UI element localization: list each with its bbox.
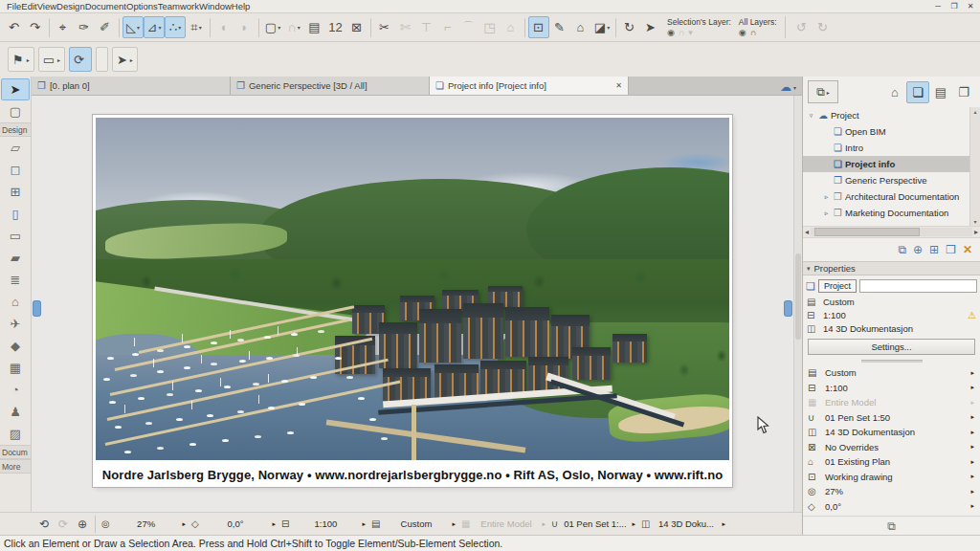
curtain-wall-tool[interactable]: ▦: [0, 357, 31, 379]
show-all-layers-button[interactable]: ◉: [739, 28, 746, 37]
zoom-next-button[interactable]: ⟳: [54, 515, 73, 534]
view-id-button[interactable]: Project: [818, 279, 857, 293]
morph-tool[interactable]: ◆: [0, 335, 31, 357]
settings-button[interactable]: Settings...: [808, 339, 975, 355]
quick-model-view-options[interactable]: ◫ 14 3D Dokumentasjon ▸: [803, 425, 980, 440]
status-model-view-options[interactable]: ◫ 14 3D Doku... ▸: [638, 515, 728, 534]
toolbox-section-document[interactable]: Docum: [0, 445, 31, 459]
undo-button[interactable]: ↶: [4, 16, 25, 38]
restore-button[interactable]: ❐: [947, 1, 961, 11]
grid-snap-button[interactable]: ⌗▾: [186, 16, 207, 38]
autotext-date-button[interactable]: 12: [325, 16, 346, 38]
status-structure-display[interactable]: ▦ Entire Model ▸: [458, 515, 548, 534]
guide-lines-button[interactable]: ◺▾: [122, 16, 144, 38]
resize-button[interactable]: ◳: [479, 16, 501, 38]
toolbox-section-more[interactable]: More: [0, 459, 31, 474]
pan-marker-left[interactable]: [33, 301, 40, 316]
pan-marker-right[interactable]: [785, 301, 791, 316]
3d-cutaway-button[interactable]: ◪▾: [591, 16, 612, 38]
tree-item-generic-perspective[interactable]: ❐ Generic Perspective: [803, 172, 969, 188]
tree-item-project-info[interactable]: ❏ Project info: [803, 156, 969, 172]
status-scale[interactable]: ⊟ 1:100 ▸: [278, 515, 368, 534]
lock-button[interactable]: ∩▾: [283, 16, 304, 38]
home-story-button[interactable]: ⌂: [501, 16, 522, 38]
door-tool[interactable]: ◻: [0, 159, 31, 181]
quick-pen-set[interactable]: ∪ 01 Pen Set 1:50 ▸: [803, 410, 980, 426]
scroll-down-icon[interactable]: ▾: [973, 218, 976, 225]
delete-view-button[interactable]: ✕: [963, 243, 972, 256]
navigator-publisher-button[interactable]: ❐: [952, 81, 975, 103]
navigator-layoutbook-button[interactable]: ▤: [929, 81, 952, 103]
beam-tool[interactable]: ▭: [0, 225, 31, 247]
redo-button[interactable]: ↷: [25, 16, 46, 38]
clone-view-button[interactable]: ⧉: [898, 243, 906, 256]
copy-tool-button[interactable]: ✄: [395, 16, 416, 38]
quick-renovation-filter[interactable]: ⌂ 01 Existing Plan ▸: [803, 454, 980, 470]
panel-resizer[interactable]: [803, 357, 980, 365]
lock-selection-layer-button[interactable]: ∩: [679, 28, 684, 37]
zoom-previous-button[interactable]: ⟲: [34, 515, 54, 534]
stair-tool[interactable]: ≣: [0, 269, 31, 291]
suspend-groups-button[interactable]: ↺: [791, 16, 813, 38]
snap-points-button[interactable]: ∴▾: [165, 16, 186, 38]
quick-scale[interactable]: ⊟ 1:100 ▸: [803, 381, 980, 396]
marquee-tool[interactable]: ▢: [0, 100, 31, 122]
properties-section-header[interactable]: ▾ Properties: [803, 261, 980, 276]
menu-design[interactable]: Design: [56, 1, 85, 11]
quick-zoom[interactable]: ◎ 27% ▸: [803, 484, 980, 499]
add-view-button[interactable]: ⊕: [913, 243, 923, 256]
pick-up-parameters-button[interactable]: ⌖: [53, 16, 74, 38]
explore-button[interactable]: ➤: [640, 16, 661, 38]
mesh-tool[interactable]: ▨: [0, 423, 31, 445]
menu-view[interactable]: View: [37, 1, 56, 11]
expander-icon[interactable]: ▿: [807, 112, 815, 120]
toolbox-section-design[interactable]: Design: [0, 122, 31, 137]
tree-item-marketing-documentation[interactable]: ▹ ❒ Marketing Documentation: [803, 205, 969, 221]
quick-structure-display[interactable]: ▦ Entire Model ▸: [803, 395, 980, 410]
marquee-options-button[interactable]: ▢▾: [262, 16, 283, 38]
selection-layer-more-button[interactable]: ▾: [688, 28, 693, 37]
shell-tool[interactable]: ✈: [0, 313, 31, 335]
select-all-button[interactable]: ⊡: [528, 16, 549, 38]
property-layer-set[interactable]: ◫ 14 3D Dokumentasjon: [803, 321, 980, 335]
renovation-filter-button[interactable]: ✎: [549, 16, 570, 38]
scroll-left-icon[interactable]: ◂: [805, 228, 809, 236]
status-layer-combination[interactable]: ▤ Custom ▸: [368, 515, 458, 534]
inject-parameters-button[interactable]: ✑: [74, 16, 95, 38]
quick-layer-combination[interactable]: ▤ Custom ▸: [803, 365, 980, 381]
add-folder-button[interactable]: ❒: [946, 243, 956, 256]
tree-item-project[interactable]: ▿ ☁ Project: [803, 107, 969, 123]
menu-file[interactable]: File: [7, 1, 21, 11]
solid-operations-button[interactable]: ⌂: [570, 16, 591, 38]
rotate-view-button[interactable]: ⟳: [69, 47, 92, 72]
wall-tool[interactable]: ▱: [0, 137, 31, 159]
autogroup-button[interactable]: ↻: [813, 16, 834, 38]
roof-tool[interactable]: ⌂: [0, 291, 31, 313]
fit-marquee-button[interactable]: ⊠: [346, 16, 368, 38]
skylight-tool[interactable]: ◔: [0, 379, 31, 401]
lock-all-layers-button[interactable]: ∩: [750, 28, 756, 37]
teamwork-button[interactable]: ☁ ▾: [780, 79, 796, 95]
navigator-model-button[interactable]: ⌂: [883, 81, 906, 103]
status-orientation[interactable]: ◇ 0,0° ▸: [189, 515, 278, 534]
quick-orientation[interactable]: ◇ 0,0° ▸: [803, 499, 980, 515]
menu-help[interactable]: Help: [232, 1, 251, 11]
menu-options[interactable]: Options: [126, 1, 158, 11]
cut-button[interactable]: ✂: [374, 16, 395, 38]
tree-item-intro[interactable]: ❏ Intro: [803, 140, 969, 156]
property-scale[interactable]: ⊟ 1:100 ⚠: [803, 308, 980, 321]
tab-close-icon[interactable]: ✕: [615, 81, 622, 90]
window-tool[interactable]: ⊞: [0, 181, 31, 203]
menu-edit[interactable]: Edit: [21, 1, 36, 11]
status-pen-set[interactable]: ∪ 01 Pen Set 1:... ▸: [548, 515, 638, 534]
cascade-windows-icon[interactable]: ⧉: [887, 519, 896, 533]
orbit-button[interactable]: ↻: [619, 16, 640, 38]
tab-floor-plan[interactable]: ❒ [0. plan 0]: [32, 77, 231, 95]
fillet-button[interactable]: ⌒: [458, 16, 479, 38]
increase-zoom-button[interactable]: ⊕: [73, 515, 92, 534]
close-button[interactable]: ✕: [964, 1, 977, 11]
menu-document[interactable]: Document: [85, 1, 126, 11]
element-transfer-button[interactable]: ▭▸: [38, 47, 65, 72]
menu-teamwork[interactable]: Teamwork: [158, 1, 199, 11]
trace-reference-button[interactable]: ◖: [213, 16, 234, 38]
